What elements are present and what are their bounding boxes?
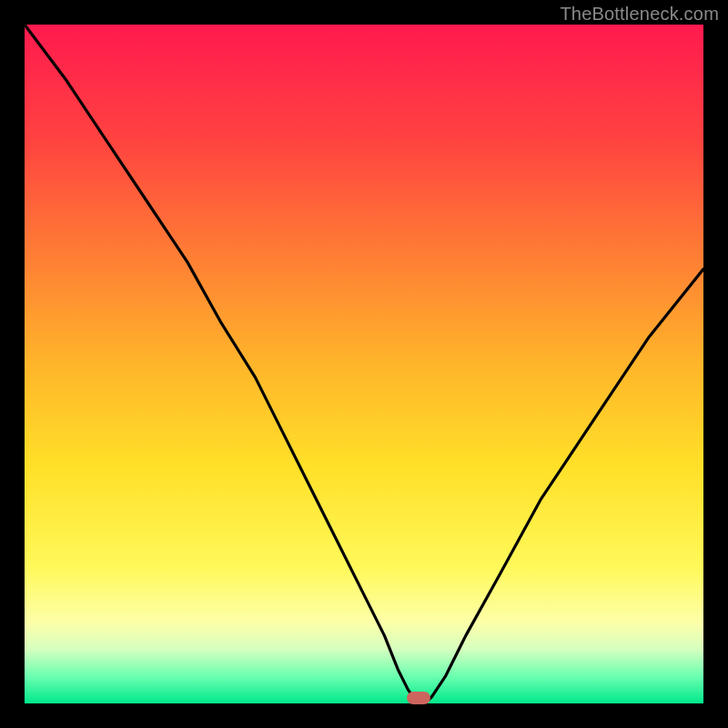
chart-frame: TheBottleneck.com bbox=[0, 0, 728, 728]
optimum-marker bbox=[407, 692, 430, 704]
watermark-text: TheBottleneck.com bbox=[560, 4, 719, 25]
bottleneck-curve bbox=[25, 25, 703, 703]
plot-area bbox=[25, 25, 703, 703]
curve-svg bbox=[25, 25, 703, 703]
